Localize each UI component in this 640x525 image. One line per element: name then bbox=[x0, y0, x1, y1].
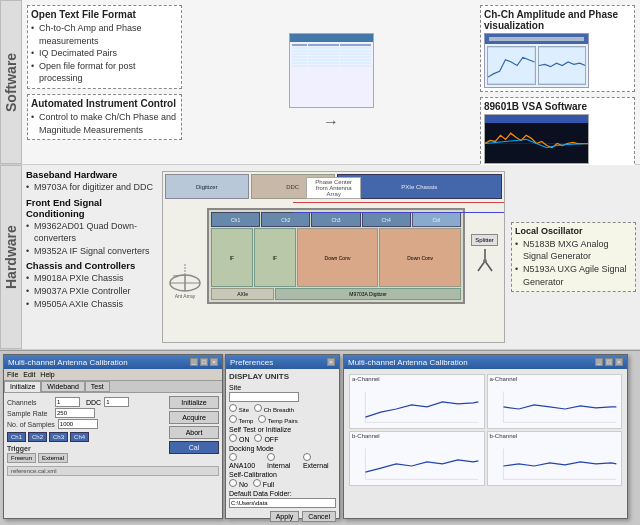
win-close-3[interactable]: × bbox=[615, 358, 623, 366]
chart-4-svg: 700.0 999.2 750.2 bbox=[488, 440, 622, 486]
win-title-3: Multi-channel Antenna Calibration bbox=[348, 358, 468, 367]
menu-edit-1[interactable]: Edit bbox=[23, 371, 35, 378]
ch-ch-panel-1 bbox=[487, 46, 536, 85]
chart-1-svg: 700.0 999.2 750.2 bbox=[350, 383, 484, 429]
tab-wideband[interactable]: Wideband bbox=[41, 381, 85, 392]
ch2-btn[interactable]: Ch2 bbox=[28, 432, 47, 442]
win-maximize-1[interactable]: □ bbox=[200, 358, 208, 366]
status-bar-1: reference.cal.xml bbox=[7, 466, 219, 476]
docking-ext-radio[interactable]: External bbox=[303, 453, 336, 469]
hardware-content: Baseband Hardware M9703A for digitizer a… bbox=[22, 165, 640, 349]
software-section: Software Open Text File Format Ch-to-Ch … bbox=[0, 0, 640, 165]
on-radio[interactable]: ON bbox=[229, 434, 249, 443]
main-container: Software Open Text File Format Ch-to-Ch … bbox=[0, 0, 640, 525]
num-samples-input[interactable]: 1000 bbox=[58, 419, 98, 429]
abort-btn[interactable]: Abort bbox=[169, 426, 219, 439]
splitter-svg bbox=[475, 249, 495, 279]
chassis-slot-6: IF bbox=[211, 228, 253, 287]
chart-grid: a-Channel 700.0 999.2 750.2 bbox=[347, 372, 624, 488]
folder-input[interactable]: C:\Users\data bbox=[229, 498, 336, 508]
main-chassis: Ch1 Ch2 Ch3 Ch4 Ctrl IF IF Down Conv Dow… bbox=[207, 208, 465, 304]
chart-2: a-Channel 700.0 999.2 750.2 bbox=[487, 374, 623, 429]
ch3-btn[interactable]: Ch3 bbox=[49, 432, 68, 442]
chart-3-label: b-Channel bbox=[350, 432, 484, 440]
svg-text:700.0: 700.0 bbox=[503, 484, 514, 486]
win-close-1[interactable]: × bbox=[210, 358, 218, 366]
num-samples-row: No. of Samples 1000 bbox=[7, 419, 159, 429]
apply-btn[interactable]: Apply bbox=[270, 511, 300, 522]
channels-input[interactable]: 1 bbox=[55, 397, 80, 407]
trigger-opt-1[interactable]: Freerun bbox=[7, 453, 36, 463]
bottom-section: Multi-channel Antenna Calibration _ □ × … bbox=[0, 350, 640, 525]
docking-ana-radio[interactable]: ANA100 bbox=[229, 453, 262, 469]
menu-help-1[interactable]: Help bbox=[40, 371, 54, 378]
win-minimize-1[interactable]: _ bbox=[190, 358, 198, 366]
open-text-bullet-3: Open file format for post processing bbox=[31, 60, 178, 85]
local-osc-box: Local Oscillator N5183B MXG Analog Signa… bbox=[511, 222, 636, 292]
site-row: Site bbox=[229, 384, 336, 402]
ch-breadth-radio[interactable]: Ch Breadth bbox=[254, 404, 294, 413]
temp-options: Temp Temp Pairs bbox=[229, 415, 336, 424]
ch4-btn[interactable]: Ch4 bbox=[70, 432, 89, 442]
no-radio[interactable]: No bbox=[229, 479, 248, 488]
vsa-body bbox=[485, 123, 588, 163]
win-minimize-3[interactable]: _ bbox=[595, 358, 603, 366]
site-input[interactable] bbox=[229, 392, 299, 402]
conn-line-blue bbox=[293, 212, 504, 213]
rack-unit-1: Digitizer bbox=[165, 174, 249, 199]
trigger-opt-2[interactable]: External bbox=[38, 453, 68, 463]
svg-text:750.2: 750.2 bbox=[468, 427, 479, 429]
cal-btn[interactable]: Cal bbox=[169, 441, 219, 454]
site-radio[interactable]: Site bbox=[229, 404, 249, 413]
win-close-2[interactable]: × bbox=[327, 358, 335, 366]
chart-4: b-Channel 700.0 999.2 750.2 bbox=[487, 431, 623, 486]
cancel-btn[interactable]: Cancel bbox=[302, 511, 336, 522]
chassis-slot-5: Ctrl bbox=[412, 212, 461, 227]
temp-pairs-radio[interactable]: Temp Pairs bbox=[258, 415, 298, 424]
ch1-btn[interactable]: Ch1 bbox=[7, 432, 26, 442]
temp-radio[interactable]: Temp bbox=[229, 415, 253, 424]
frontend-bullets: M9362AD01 Quad Down-converters M9352A IF… bbox=[26, 220, 156, 258]
full-radio[interactable]: Full bbox=[253, 479, 274, 488]
win-controls-2: × bbox=[327, 358, 335, 366]
chart-2-svg: 700.0 999.2 750.2 bbox=[488, 383, 622, 429]
unit-options: Site Ch Breadth bbox=[229, 404, 336, 413]
chassis-slot-3: Ch3 bbox=[311, 212, 360, 227]
software-left-col: Open Text File Format Ch-to-Ch Amp and P… bbox=[27, 5, 182, 159]
svg-text:700.0: 700.0 bbox=[503, 427, 514, 429]
acquire-btn[interactable]: Acquire bbox=[169, 411, 219, 424]
open-text-title: Open Text File Format bbox=[31, 9, 178, 20]
tab-initialize[interactable]: Initialize bbox=[4, 381, 41, 392]
ddc-input[interactable]: 1 bbox=[104, 397, 129, 407]
tab-test[interactable]: Test bbox=[85, 381, 110, 392]
form-area-1: Channels 1 DDC 1 Sample Rate 250 No. of … bbox=[7, 396, 219, 463]
open-text-bullet-1: Ch-to-Ch Amp and Phase measurements bbox=[31, 22, 178, 47]
chassis-bullet-3: M9505A AXIe Chassis bbox=[26, 298, 156, 311]
software-content: Open Text File Format Ch-to-Ch Amp and P… bbox=[22, 0, 640, 164]
chassis-row-2: IF IF Down Conv Down Conv bbox=[211, 228, 461, 287]
ch-ch-box: Ch-Ch Amplitude and Phase visualization bbox=[480, 5, 635, 92]
app-window-3: Multi-channel Antenna Calibration _ □ × … bbox=[343, 354, 628, 519]
menu-file-1[interactable]: File bbox=[7, 371, 18, 378]
chassis-bullets: M9018A PXIe Chassis M9037A PXIe Controll… bbox=[26, 272, 156, 310]
baseband-bullets: M9703A for digitizer and DDC bbox=[26, 181, 156, 194]
left-form: Channels 1 DDC 1 Sample Rate 250 No. of … bbox=[7, 396, 159, 463]
vsa-title: 89601B VSA Software bbox=[484, 101, 631, 112]
sample-rate-input[interactable]: 250 bbox=[55, 408, 95, 418]
antenna-dish: Ant Array bbox=[165, 208, 205, 304]
docking-int-radio[interactable]: Internal bbox=[267, 453, 298, 469]
off-radio[interactable]: OFF bbox=[254, 434, 278, 443]
ch-ch-header-bar bbox=[489, 37, 584, 41]
trigger-area: Trigger Freerun External bbox=[7, 445, 159, 463]
hardware-section: Hardware Baseband Hardware M9703A for di… bbox=[0, 165, 640, 350]
sample-rate-row: Sample Rate 250 bbox=[7, 408, 159, 418]
chassis-slot-9: Down Conv bbox=[379, 228, 461, 287]
win-maximize-3[interactable]: □ bbox=[605, 358, 613, 366]
initialize-btn[interactable]: Initialize bbox=[169, 396, 219, 409]
chassis-slot-7: IF bbox=[254, 228, 296, 287]
baseband-box: Baseband Hardware M9703A for digitizer a… bbox=[26, 169, 156, 194]
chart-3-svg: 700.0 999.2 750.2 bbox=[350, 440, 484, 486]
ch-ch-chart-1 bbox=[488, 47, 535, 84]
chassis-bottom-2: M9703A Digitizer bbox=[275, 288, 461, 300]
chassis-box: Chassis and Controllers M9018A PXIe Chas… bbox=[26, 260, 156, 310]
